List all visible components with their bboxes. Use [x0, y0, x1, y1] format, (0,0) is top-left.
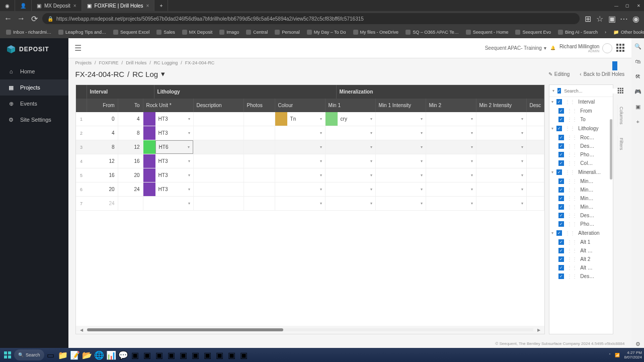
drag-handle-icon[interactable]: ⋮⋮ — [567, 213, 577, 218]
drag-handle-icon[interactable]: ⋮⋮ — [565, 99, 575, 105]
columns-item[interactable]: ✓⋮⋮Alt 2 — [549, 255, 613, 263]
taskbar-app[interactable]: ▣ — [226, 349, 237, 360]
back-button[interactable]: ‹ Back to Drill Holes — [580, 71, 624, 77]
maximize-icon[interactable]: ▢ — [622, 0, 633, 11]
cell-to[interactable]: 16 — [118, 154, 143, 168]
chevron-down-icon[interactable]: ▾ — [370, 159, 372, 163]
checkbox-icon[interactable]: ✓ — [558, 221, 564, 227]
tab-mxdeposit[interactable]: ▣ MX Deposit × — [32, 0, 82, 11]
hamburger-icon[interactable]: ☰ — [74, 43, 82, 53]
cell-photos[interactable] — [244, 168, 275, 182]
cell-min1[interactable]: ▾ — [326, 154, 376, 168]
chevron-down-icon[interactable]: ▾ — [521, 145, 523, 149]
cell-photos[interactable] — [244, 183, 275, 196]
columns-item[interactable]: ✓⋮⋮Alt … — [549, 246, 613, 255]
cell-desc[interactable] — [194, 112, 244, 126]
cell-overflow[interactable] — [527, 126, 545, 140]
bookmark[interactable]: Seequent Evo — [512, 29, 554, 36]
chevron-down-icon[interactable]: ▾ — [421, 145, 423, 149]
table-row[interactable]: 51620HT3▾▾▾▾▾▾ — [76, 168, 545, 183]
chevron-down-icon[interactable]: ▾ — [471, 131, 473, 135]
apps-grid-icon[interactable] — [616, 44, 625, 53]
sidebar-item-projects[interactable]: ▦ Projects — [0, 79, 68, 96]
taskbar-app[interactable]: ▣ — [142, 349, 153, 360]
drag-handle-icon[interactable]: ⋮⋮ — [567, 117, 577, 122]
chevron-down-icon[interactable]: ▾ — [521, 159, 523, 163]
bookmark[interactable]: Imago — [216, 29, 242, 36]
checkbox-icon[interactable]: ✓ — [558, 204, 564, 210]
drag-handle-icon[interactable]: ⋮⋮ — [567, 108, 577, 114]
drag-handle-icon[interactable]: ⋮⋮ — [567, 274, 577, 279]
cell-colour[interactable]: ▾ — [275, 154, 326, 168]
columns-item[interactable]: ✓⋮⋮To — [549, 115, 613, 124]
cell-min2i[interactable]: ▾ — [476, 112, 527, 126]
taskbar-app[interactable]: 🌐 — [94, 349, 105, 360]
favorites-icon[interactable]: ☆ — [595, 14, 605, 24]
drag-handle-icon[interactable]: ⋮⋮ — [567, 178, 577, 184]
sidebar-item-home[interactable]: ⌂ Home — [0, 63, 68, 79]
collections-icon[interactable]: ▣ — [607, 14, 617, 24]
cell-to[interactable]: 8 — [118, 126, 143, 140]
cell-min2i[interactable]: ▾ — [476, 140, 527, 154]
scroll-left-icon[interactable]: ◀ — [80, 328, 83, 332]
taskbar-app[interactable]: 📊 — [106, 349, 117, 360]
col-to[interactable]: To — [118, 99, 143, 112]
col-min1[interactable]: Min 1 — [326, 99, 376, 112]
edge-settings-icon[interactable]: ⚙ — [634, 340, 642, 348]
drag-handle-icon[interactable]: ⋮⋮ — [567, 196, 577, 201]
org-selector[interactable]: Seequent APAC- Training ▾ — [485, 45, 546, 51]
edge-office-icon[interactable]: ▣ — [634, 103, 642, 111]
col-overflow[interactable]: Desc — [527, 99, 545, 112]
columns-group[interactable]: ▾✓⋮⋮Minerali… — [549, 167, 613, 177]
bookmark[interactable]: MX Deposit — [179, 29, 216, 36]
chevron-down-icon[interactable]: ▾ — [161, 69, 165, 78]
columns-item[interactable]: ✓⋮⋮Min… — [549, 177, 613, 186]
columns-item[interactable]: ✓⋮⋮Pho… — [549, 220, 613, 228]
cell-min2i[interactable]: ▾ — [476, 183, 527, 196]
table-row[interactable]: 62024HT3▾▾▾▾▾▾ — [76, 183, 545, 197]
cell-min1[interactable]: ▾ — [326, 168, 376, 182]
checkbox-icon[interactable]: ✓ — [557, 88, 561, 94]
chevron-down-icon[interactable]: ▾ — [471, 159, 473, 163]
cell-desc[interactable] — [194, 126, 244, 140]
cell-from[interactable]: 4 — [87, 126, 118, 140]
checkbox-icon[interactable]: ✓ — [558, 117, 564, 122]
cell-overflow[interactable] — [527, 168, 545, 182]
columns-item[interactable]: ✓⋮⋮Min… — [549, 186, 613, 194]
edge-search-icon[interactable]: 🔍 — [634, 42, 642, 50]
back-icon[interactable]: ← — [3, 14, 13, 24]
checkbox-icon[interactable]: ✓ — [556, 169, 562, 175]
drag-handle-icon[interactable]: ⋮⋮ — [567, 160, 577, 166]
close-window-icon[interactable]: ✕ — [633, 0, 644, 11]
columns-group[interactable]: ▾✓⋮⋮Lithology — [549, 124, 613, 133]
edge-plus-icon[interactable]: + — [634, 118, 642, 126]
breadcrumb-link[interactable]: Projects — [75, 60, 92, 65]
tab-foxfire[interactable]: ▣ FOXFIRE | Drill Holes × — [82, 0, 155, 11]
scrollbar-thumb[interactable] — [87, 328, 284, 331]
cell-min1[interactable]: ▾ — [326, 126, 376, 140]
columns-item[interactable]: ✓⋮⋮Des… — [549, 211, 613, 220]
chevron-down-icon[interactable]: ▾ — [421, 187, 423, 192]
profile-badge-icon[interactable]: ◉ — [631, 14, 641, 24]
drag-handle-icon[interactable]: ⋮⋮ — [567, 135, 577, 140]
cell-min2i[interactable]: ▾ — [476, 154, 527, 168]
checkbox-icon[interactable]: ✓ — [558, 143, 564, 149]
taskbar-app[interactable]: 💬 — [118, 349, 129, 360]
cell-min2[interactable]: ▾ — [426, 168, 476, 182]
breadcrumb-link[interactable]: Drill Holes — [126, 60, 146, 65]
cell-photos[interactable] — [244, 126, 275, 140]
cell-min2i[interactable]: ▾ — [476, 126, 527, 140]
columns-group[interactable]: ▾✓⋮⋮Interval — [549, 97, 613, 107]
user-menu[interactable]: Richard Millington ADMIN — [559, 43, 612, 53]
cell-overflow[interactable] — [527, 112, 545, 126]
bookmark[interactable]: SQ – O365 APAC Te… — [403, 29, 462, 36]
chevron-down-icon[interactable]: ▾ — [188, 145, 190, 149]
cell-min2i[interactable]: ▾ — [476, 168, 527, 182]
cell-desc[interactable] — [194, 140, 244, 154]
checkbox-icon[interactable]: ✓ — [558, 274, 564, 279]
drag-handle-icon[interactable]: ⋮⋮ — [567, 265, 577, 270]
cell-min1i[interactable]: ▾ — [376, 154, 426, 168]
cell-rock[interactable]: HT3▾ — [143, 126, 194, 140]
chevron-down-icon[interactable]: ▾ — [551, 126, 553, 131]
chevron-down-icon[interactable]: ▾ — [320, 159, 322, 163]
